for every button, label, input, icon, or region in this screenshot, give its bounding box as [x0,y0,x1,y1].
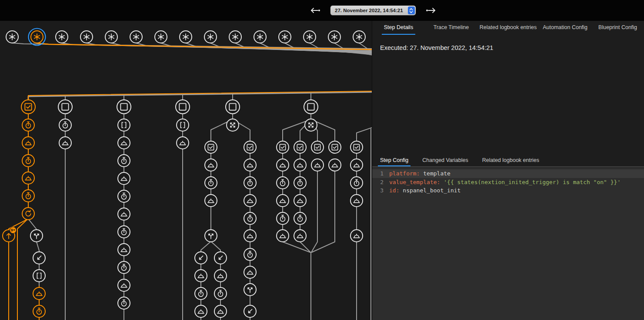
graph-node-asterisk[interactable] [80,31,93,43]
graph-node-timer[interactable] [59,119,71,131]
graph-node-timer[interactable] [22,119,34,131]
graph-node-service[interactable] [214,305,227,317]
graph-node-service[interactable] [177,137,189,149]
tab-related-logbook-entries[interactable]: Related logbook entries [477,21,539,35]
graph-node-timer[interactable] [277,212,289,224]
tab-related-logbook-entries[interactable]: Related logbook entries [475,155,546,166]
graph-node-service[interactable] [118,279,130,291]
graph-node-service[interactable] [205,159,217,171]
graph-node-arrow-bottom-left[interactable] [244,305,256,317]
graph-node-service[interactable] [350,230,363,242]
graph-node-service[interactable] [118,137,130,149]
graph-node-brackets[interactable] [177,119,189,131]
graph-node-asterisk[interactable] [304,31,316,43]
graph-node-service[interactable] [33,287,45,300]
graph-node-asterisk[interactable] [56,31,68,43]
graph-node-service[interactable] [214,270,227,282]
graph-node-service[interactable] [244,159,256,171]
graph-node-asterisk[interactable] [229,31,241,43]
graph-node-checkbox-marked[interactable] [329,141,341,153]
graph-node-repeat[interactable] [22,208,34,220]
graph-node-service[interactable] [244,266,256,278]
graph-node-brackets[interactable] [118,119,130,131]
graph-node-checkbox-marked[interactable] [294,141,306,153]
graph-node-timer[interactable] [294,212,306,224]
graph-node-checkbox-marked[interactable] [244,141,256,153]
graph-node-service[interactable] [195,270,207,282]
graph-node-checkbox-marked[interactable] [205,141,217,153]
graph-node-service[interactable] [350,195,363,207]
graph-node-arrow-bottom-left[interactable] [214,252,227,264]
graph-node-service[interactable] [22,172,34,184]
tab-blueprint-config[interactable]: Blueprint Config [591,21,644,35]
graph-node-service[interactable] [118,172,130,185]
tab-changed-variables[interactable]: Changed Variables [415,155,475,166]
graph-node-asterisk[interactable] [180,31,192,43]
graph-node-service[interactable] [244,230,256,242]
graph-node-timer[interactable] [350,177,363,189]
graph-node-timer[interactable] [195,287,207,300]
graph-node-service[interactable] [22,137,34,149]
graph-node-asterisk[interactable] [130,31,142,43]
graph-node-asterisk[interactable] [29,29,46,46]
tab-step-config[interactable]: Step Config [373,155,415,166]
graph-node-choose[interactable] [227,119,239,131]
graph-node-checkbox-marked[interactable] [311,141,324,153]
graph-node-checkbox-marked[interactable] [21,100,35,114]
graph-node-arrow-bottom-left[interactable] [33,252,45,264]
tab-trace-timeline[interactable]: Trace Timeline [425,21,477,35]
graph-node-timer[interactable] [22,155,34,167]
graph-node-timer[interactable] [33,305,45,317]
tab-step-details[interactable]: Step Details [372,21,425,35]
graph-node-service[interactable] [205,195,217,207]
graph-node-service[interactable] [244,195,256,207]
run-select[interactable]: 27. November 2022, 14:54:21 [330,6,416,15]
graph-node-asterisk[interactable] [155,31,167,43]
graph-node-checkbox-blank[interactable] [226,100,240,114]
graph-node-service[interactable] [294,230,306,242]
graph-node-timer[interactable] [244,212,256,224]
graph-node-service[interactable] [277,159,289,171]
yaml-code-editor[interactable]: 1platform: template2value_template: '{{ … [372,167,644,320]
graph-node-service[interactable] [311,159,324,171]
tab-automation-config[interactable]: Automation Config [539,21,591,35]
graph-node-checkbox-blank[interactable] [117,100,131,114]
graph-node-arrow-up[interactable]: 9+ [3,227,17,242]
graph-node-brackets[interactable] [33,270,45,282]
graph-node-service[interactable] [294,195,306,207]
graph-node-service[interactable] [294,159,306,171]
graph-node-timer[interactable] [118,261,130,274]
graph-node-service[interactable] [59,137,71,149]
graph-node-timer[interactable] [22,190,34,202]
graph-node-checkbox-blank[interactable] [58,100,72,114]
graph-node-timer[interactable] [244,177,256,189]
graph-node-service[interactable] [329,159,341,171]
graph-node-service[interactable] [118,208,130,220]
graph-node-arrow-branch[interactable] [30,230,43,242]
graph-node-asterisk[interactable] [254,31,266,43]
graph-node-service[interactable] [277,195,289,207]
graph-node-asterisk[interactable] [6,31,18,43]
graph-node-arrow-bottom-left[interactable] [195,252,207,264]
graph-node-asterisk[interactable] [204,31,217,43]
previous-run-arrow-icon[interactable] [310,7,321,14]
graph-node-arrow-branch[interactable] [205,230,217,242]
graph-node-checkbox-blank[interactable] [304,100,318,114]
graph-node-asterisk[interactable] [105,31,117,43]
graph-node-timer[interactable] [118,226,130,238]
graph-node-timer[interactable] [277,177,289,189]
graph-node-choose[interactable] [305,119,317,131]
graph-node-checkbox-marked[interactable] [350,141,363,153]
graph-node-asterisk[interactable] [328,31,340,43]
graph-node-checkbox-marked[interactable] [277,141,289,153]
graph-node-service[interactable] [118,244,130,256]
graph-node-timer[interactable] [294,177,306,189]
next-run-arrow-icon[interactable] [425,7,437,14]
graph-node-arrow-branch[interactable] [244,284,256,296]
graph-node-timer[interactable] [205,177,217,189]
graph-node-service[interactable] [195,305,207,317]
trace-graph-canvas[interactable]: 9+ [0,0,372,320]
graph-node-asterisk[interactable] [353,31,365,43]
graph-node-checkbox-blank[interactable] [176,100,190,114]
graph-node-timer[interactable] [118,297,130,309]
